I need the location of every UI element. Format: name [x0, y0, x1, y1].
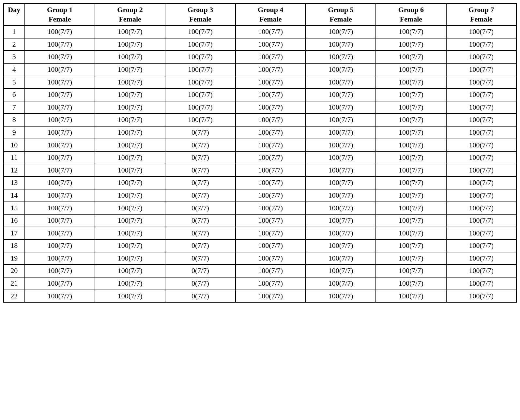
cell-g6-row6: 100(7/7)	[376, 88, 446, 101]
cell-g2-row3: 100(7/7)	[95, 51, 165, 63]
cell-g5-row18: 100(7/7)	[306, 239, 376, 252]
cell-g6-row13: 100(7/7)	[376, 176, 446, 189]
table-row: 8100(7/7)100(7/7)100(7/7)100(7/7)100(7/7…	[4, 113, 516, 126]
cell-g6-row21: 100(7/7)	[376, 277, 446, 290]
cell-g7-row22: 100(7/7)	[446, 290, 516, 303]
cell-day-row16: 16	[4, 214, 25, 227]
cell-g3-row22: 0(7/7)	[165, 290, 235, 303]
cell-g2-row12: 100(7/7)	[95, 164, 165, 177]
cell-day-row22: 22	[4, 290, 25, 303]
cell-g1-row21: 100(7/7)	[25, 277, 95, 290]
cell-g4-row3: 100(7/7)	[236, 51, 306, 63]
cell-g3-row8: 100(7/7)	[165, 113, 235, 126]
cell-g6-row16: 100(7/7)	[376, 214, 446, 227]
cell-day-row20: 20	[4, 264, 25, 277]
cell-g4-row5: 100(7/7)	[236, 76, 306, 89]
cell-day-row2: 2	[4, 38, 25, 51]
cell-g5-row7: 100(7/7)	[306, 101, 376, 114]
cell-g6-row2: 100(7/7)	[376, 38, 446, 51]
cell-g7-row2: 100(7/7)	[446, 38, 516, 51]
cell-g2-row22: 100(7/7)	[95, 290, 165, 303]
cell-g4-row16: 100(7/7)	[236, 214, 306, 227]
cell-g3-row21: 0(7/7)	[165, 277, 235, 290]
cell-g3-row7: 100(7/7)	[165, 101, 235, 114]
cell-g5-row15: 100(7/7)	[306, 202, 376, 215]
table-row: 11100(7/7)100(7/7)0(7/7)100(7/7)100(7/7)…	[4, 151, 516, 164]
cell-day-row12: 12	[4, 164, 25, 177]
cell-g3-row2: 100(7/7)	[165, 38, 235, 51]
cell-g7-row13: 100(7/7)	[446, 176, 516, 189]
cell-g3-row16: 0(7/7)	[165, 214, 235, 227]
cell-g7-row8: 100(7/7)	[446, 113, 516, 126]
cell-g2-row18: 100(7/7)	[95, 239, 165, 252]
cell-g7-row5: 100(7/7)	[446, 76, 516, 89]
cell-g5-row4: 100(7/7)	[306, 63, 376, 76]
cell-g7-row9: 100(7/7)	[446, 126, 516, 139]
cell-g3-row10: 0(7/7)	[165, 139, 235, 152]
cell-g2-row13: 100(7/7)	[95, 176, 165, 189]
cell-g5-row2: 100(7/7)	[306, 38, 376, 51]
cell-g2-row10: 100(7/7)	[95, 139, 165, 152]
cell-g2-row6: 100(7/7)	[95, 88, 165, 101]
cell-g6-row12: 100(7/7)	[376, 164, 446, 177]
cell-g5-row17: 100(7/7)	[306, 227, 376, 240]
table-row: 6100(7/7)100(7/7)100(7/7)100(7/7)100(7/7…	[4, 88, 516, 101]
cell-g4-row18: 100(7/7)	[236, 239, 306, 252]
cell-day-row5: 5	[4, 76, 25, 89]
cell-g4-row1: 100(7/7)	[236, 25, 306, 38]
cell-g7-row21: 100(7/7)	[446, 277, 516, 290]
cell-g4-row15: 100(7/7)	[236, 202, 306, 215]
header-row: Day Group 1Female Group 2Female Group 3F…	[4, 4, 516, 25]
cell-g7-row17: 100(7/7)	[446, 227, 516, 240]
cell-g6-row4: 100(7/7)	[376, 63, 446, 76]
cell-g7-row7: 100(7/7)	[446, 101, 516, 114]
cell-day-row8: 8	[4, 113, 25, 126]
cell-g1-row18: 100(7/7)	[25, 239, 95, 252]
cell-g6-row8: 100(7/7)	[376, 113, 446, 126]
cell-day-row17: 17	[4, 227, 25, 240]
cell-g1-row8: 100(7/7)	[25, 113, 95, 126]
cell-g6-row10: 100(7/7)	[376, 139, 446, 152]
cell-g7-row10: 100(7/7)	[446, 139, 516, 152]
cell-g3-row9: 0(7/7)	[165, 126, 235, 139]
header-g6: Group 6Female	[376, 4, 446, 25]
cell-g2-row20: 100(7/7)	[95, 264, 165, 277]
cell-day-row7: 7	[4, 101, 25, 114]
table-row: 3100(7/7)100(7/7)100(7/7)100(7/7)100(7/7…	[4, 51, 516, 63]
cell-g1-row14: 100(7/7)	[25, 189, 95, 202]
cell-g1-row10: 100(7/7)	[25, 139, 95, 152]
cell-g5-row14: 100(7/7)	[306, 189, 376, 202]
cell-g2-row2: 100(7/7)	[95, 38, 165, 51]
cell-g6-row3: 100(7/7)	[376, 51, 446, 63]
cell-day-row9: 9	[4, 126, 25, 139]
cell-day-row4: 4	[4, 63, 25, 76]
cell-day-row21: 21	[4, 277, 25, 290]
cell-g5-row6: 100(7/7)	[306, 88, 376, 101]
cell-g4-row6: 100(7/7)	[236, 88, 306, 101]
cell-g1-row11: 100(7/7)	[25, 151, 95, 164]
cell-g1-row5: 100(7/7)	[25, 76, 95, 89]
cell-g5-row10: 100(7/7)	[306, 139, 376, 152]
cell-g4-row20: 100(7/7)	[236, 264, 306, 277]
cell-g1-row16: 100(7/7)	[25, 214, 95, 227]
cell-g7-row14: 100(7/7)	[446, 189, 516, 202]
cell-g6-row18: 100(7/7)	[376, 239, 446, 252]
cell-g6-row7: 100(7/7)	[376, 101, 446, 114]
cell-g1-row17: 100(7/7)	[25, 227, 95, 240]
cell-day-row1: 1	[4, 25, 25, 38]
cell-g6-row22: 100(7/7)	[376, 290, 446, 303]
table-row: 13100(7/7)100(7/7)0(7/7)100(7/7)100(7/7)…	[4, 176, 516, 189]
cell-g4-row17: 100(7/7)	[236, 227, 306, 240]
cell-day-row19: 19	[4, 252, 25, 265]
cell-g5-row13: 100(7/7)	[306, 176, 376, 189]
cell-g3-row17: 0(7/7)	[165, 227, 235, 240]
cell-g4-row21: 100(7/7)	[236, 277, 306, 290]
cell-g5-row5: 100(7/7)	[306, 76, 376, 89]
cell-g3-row12: 0(7/7)	[165, 164, 235, 177]
cell-g3-row4: 100(7/7)	[165, 63, 235, 76]
cell-g3-row1: 100(7/7)	[165, 25, 235, 38]
cell-g3-row5: 100(7/7)	[165, 76, 235, 89]
table-row: 9100(7/7)100(7/7)0(7/7)100(7/7)100(7/7)1…	[4, 126, 516, 139]
cell-g7-row1: 100(7/7)	[446, 25, 516, 38]
cell-g1-row1: 100(7/7)	[25, 25, 95, 38]
